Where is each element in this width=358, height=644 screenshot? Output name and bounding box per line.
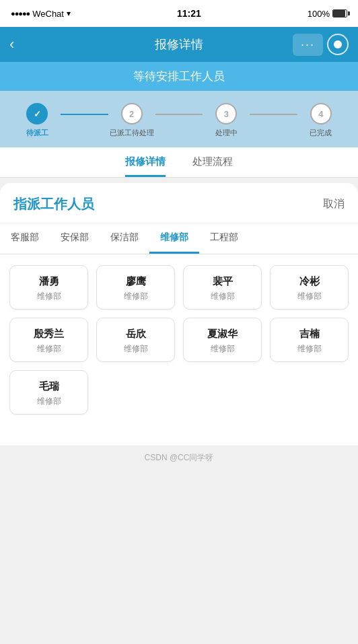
staff-card-5[interactable]: 岳欣 维修部 <box>96 318 175 362</box>
staff-dept-8: 维修部 <box>37 396 61 407</box>
staff-dept-3: 维修部 <box>297 291 322 302</box>
staff-card-8[interactable]: 毛瑞 维修部 <box>9 370 88 415</box>
staff-card-2[interactable]: 裴平 维修部 <box>183 265 262 310</box>
dept-tab-engineering[interactable]: 工程部 <box>199 223 249 254</box>
staff-name-6: 夏淑华 <box>207 328 238 341</box>
battery-percent: 100% <box>308 9 330 19</box>
staff-name-4: 殷秀兰 <box>34 328 64 341</box>
staff-card-6[interactable]: 夏淑华 维修部 <box>183 318 262 362</box>
dept-tab-security[interactable]: 安保部 <box>50 223 100 254</box>
main-tabs: 报修详情 处理流程 <box>0 147 358 178</box>
footer: CSDN @CC同学呀 <box>0 445 358 470</box>
step-2: 2 已派工待处理 <box>108 103 155 138</box>
back-button[interactable]: ‹ <box>9 36 14 53</box>
tab-repair-detail[interactable]: 报修详情 <box>125 155 166 177</box>
staff-card-1[interactable]: 廖鹰 维修部 <box>96 265 175 310</box>
connector-1 <box>61 114 108 115</box>
staff-card-4[interactable]: 殷秀兰 维修部 <box>9 318 88 362</box>
status-text: 等待安排工作人员 <box>133 70 225 83</box>
page-title: 报修详情 <box>155 36 203 52</box>
record-inner-icon <box>334 40 342 48</box>
staff-card-3[interactable]: 冷彬 维修部 <box>270 265 349 310</box>
step-label-3: 处理中 <box>215 128 238 138</box>
step-label-4: 已完成 <box>310 128 332 138</box>
step-label-2: 已派工待处理 <box>110 128 154 138</box>
dept-tab-customer[interactable]: 客服部 <box>0 223 50 254</box>
status-left: ●●●●● WeChat ▾ <box>11 9 71 19</box>
staff-card-0[interactable]: 潘勇 维修部 <box>9 265 88 310</box>
staff-name-5: 岳欣 <box>126 328 146 341</box>
dept-tab-cleaning[interactable]: 保洁部 <box>100 223 149 254</box>
staff-grid: 潘勇 维修部 廖鹰 维修部 裴平 维修部 冷彬 维修部 殷秀兰 维修部 岳欣 维… <box>0 254 358 425</box>
staff-name-2: 裴平 <box>213 275 233 288</box>
step-label-1: 待派工 <box>26 128 48 138</box>
staff-name-1: 廖鹰 <box>126 275 146 288</box>
step-3: 3 处理中 <box>203 103 250 138</box>
staff-dept-6: 维修部 <box>211 343 235 355</box>
step-1: ✓ 待派工 <box>13 103 61 138</box>
step-number-4: 4 <box>318 109 323 119</box>
signal-indicator: ●●●●● <box>11 9 30 17</box>
step-circle-1: ✓ <box>26 103 48 124</box>
status-bar: ●●●●● WeChat ▾ 11:21 100% <box>0 0 358 27</box>
step-4: 4 已完成 <box>297 103 345 138</box>
progress-section: ✓ 待派工 2 已派工待处理 3 处理中 4 已完成 <box>0 91 358 147</box>
battery-icon <box>332 9 347 17</box>
staff-card-7[interactable]: 吉楠 维修部 <box>270 318 349 362</box>
staff-name-7: 吉楠 <box>299 328 320 341</box>
staff-dept-5: 维修部 <box>124 343 148 355</box>
step-circle-2: 2 <box>121 103 143 124</box>
footer-text: CSDN @CC同学呀 <box>145 453 214 462</box>
panel-title: 指派工作人员 <box>13 195 94 213</box>
wifi-icon: ▾ <box>67 9 71 18</box>
tab-process[interactable]: 处理流程 <box>192 155 233 177</box>
status-banner: 等待安排工作人员 <box>0 62 358 91</box>
steps-row: ✓ 待派工 2 已派工待处理 3 处理中 4 已完成 <box>13 103 345 138</box>
header-actions: ··· <box>293 34 349 56</box>
staff-dept-4: 维修部 <box>37 343 61 355</box>
dept-tabs: 客服部 安保部 保洁部 维修部 工程部 <box>0 223 358 254</box>
connector-2 <box>155 114 203 115</box>
step-circle-3: 3 <box>215 103 237 124</box>
staff-dept-7: 维修部 <box>297 343 322 355</box>
header: ‹ 报修详情 ··· <box>0 27 358 62</box>
connector-3 <box>250 114 297 115</box>
staff-dept-1: 维修部 <box>124 291 148 302</box>
panel-header: 指派工作人员 取消 <box>0 183 358 223</box>
record-button[interactable] <box>327 34 349 55</box>
staff-name-8: 毛瑞 <box>39 380 59 393</box>
app-name: WeChat <box>32 9 64 19</box>
more-button[interactable]: ··· <box>293 34 323 56</box>
staff-dept-2: 维修部 <box>211 291 235 302</box>
checkmark-icon: ✓ <box>34 109 41 119</box>
dept-tab-maintenance[interactable]: 维修部 <box>149 223 199 254</box>
staff-name-0: 潘勇 <box>39 275 59 288</box>
step-number-3: 3 <box>224 109 229 119</box>
status-right: 100% <box>308 9 347 19</box>
step-circle-4: 4 <box>310 103 332 124</box>
staff-name-3: 冷彬 <box>299 275 320 288</box>
bottom-panel: 指派工作人员 取消 客服部 安保部 保洁部 维修部 工程部 潘勇 维修部 廖鹰 … <box>0 183 358 445</box>
staff-dept-0: 维修部 <box>37 291 61 302</box>
cancel-button[interactable]: 取消 <box>323 197 345 211</box>
step-number-2: 2 <box>129 109 134 119</box>
status-time: 11:21 <box>177 8 201 19</box>
